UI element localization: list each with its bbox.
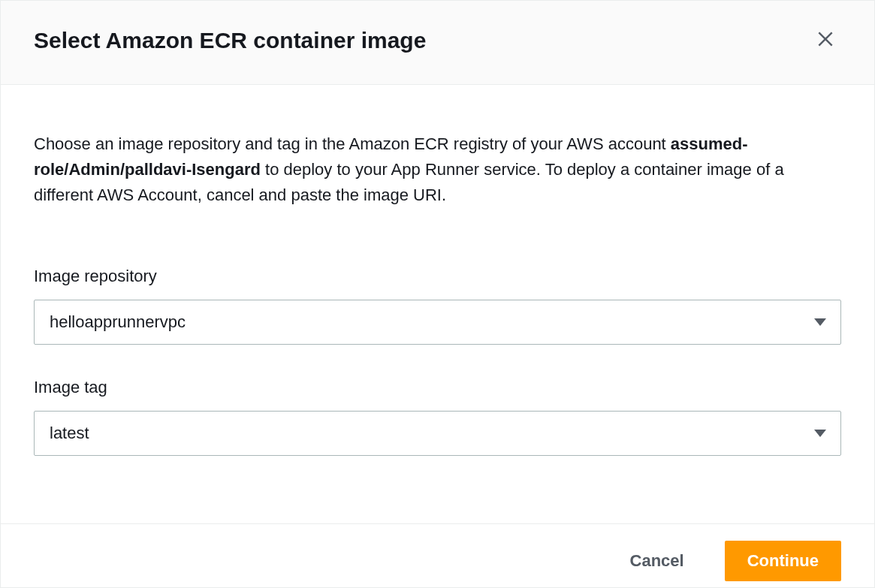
image-tag-select[interactable]: latest [34,411,841,456]
continue-button[interactable]: Continue [725,541,841,581]
image-repository-label: Image repository [34,267,841,286]
modal-header: Select Amazon ECR container image [1,1,874,85]
modal-title: Select Amazon ECR container image [34,27,426,54]
close-icon [816,29,835,51]
cancel-button[interactable]: Cancel [608,541,707,581]
image-tag-group: Image tag latest [34,378,841,456]
description-prefix: Choose an image repository and tag in th… [34,134,671,153]
modal-description: Choose an image repository and tag in th… [34,131,841,208]
modal-body: Choose an image repository and tag in th… [1,85,874,523]
image-repository-value: helloapprunnervpc [50,312,186,332]
select-ecr-image-modal: Select Amazon ECR container image Choose… [0,0,875,588]
image-tag-label: Image tag [34,378,841,397]
image-repository-group: Image repository helloapprunnervpc [34,267,841,345]
image-repository-select[interactable]: helloapprunnervpc [34,300,841,345]
close-button[interactable] [810,23,841,57]
image-tag-value: latest [50,424,89,443]
modal-footer: Cancel Continue [1,523,874,587]
